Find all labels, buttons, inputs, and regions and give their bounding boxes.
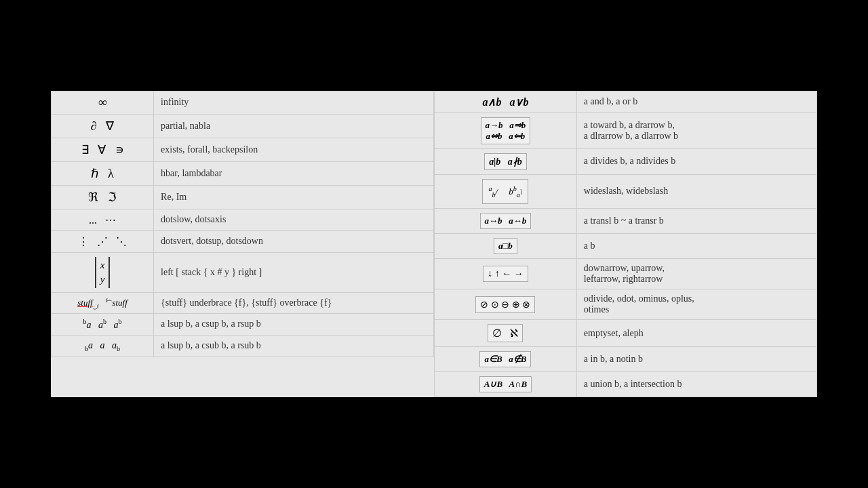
table-row: ⊘ ⊙ ⊖ ⊕ ⊗odivide, odot, ominus, oplus,ot…	[435, 289, 817, 320]
symbol-cell: ba a ab	[52, 335, 154, 357]
desc-cell: exists, forall, backepsilon	[154, 138, 434, 161]
table-row: ℜ ℑRe, Im	[52, 185, 434, 209]
symbol-cell: ∅ ℵ	[435, 320, 577, 347]
symbol-cell: A∪B A∩B	[435, 372, 577, 397]
table-row: a↔b a↔ba transl b ~ a transr b	[435, 209, 817, 234]
table-row: ↓ ↑ ← →downarrow, uparrow,leftarrow, rig…	[435, 259, 817, 289]
symbol-cell: a∧b a∨b	[435, 91, 577, 113]
desc-cell: a transl b ~ a transr b	[576, 209, 816, 234]
symbol-cell: a|b a∤b	[435, 148, 577, 174]
desc-cell: a and b, a or b	[576, 91, 816, 113]
desc-cell: a divides b, a ndivides b	[576, 148, 816, 174]
table-row: a|b a∤ba divides b, a ndivides b	[435, 148, 817, 174]
desc-cell: partial, nabla	[154, 114, 434, 138]
desc-cell: a toward b, a drarrow b,a dlrarrow b, a …	[576, 113, 816, 148]
desc-cell: infinity	[154, 91, 434, 114]
desc-cell: a lsup b, a csub b, a rsub b	[154, 335, 434, 357]
table-row: ... ⋯dotslow, dotsaxis	[52, 209, 434, 230]
desc-cell: emptyset, aleph	[576, 320, 816, 347]
desc-cell: dotslow, dotsaxis	[154, 209, 434, 230]
desc-cell: odivide, odot, ominus, oplus,otimes	[576, 289, 816, 320]
table-row: ℏ λhbar, lambdabar	[52, 161, 434, 185]
desc-cell: a lsup b, a csup b, a rsup b	[154, 314, 434, 336]
table-row: ba a aba lsup b, a csub b, a rsub b	[52, 335, 434, 357]
symbol-cell: ℏ λ	[52, 161, 154, 185]
table-row: ∂ ∇partial, nabla	[52, 114, 434, 138]
table-row: A∪B A∩Ba union b, a intersection b	[435, 372, 817, 397]
symbol-cell: a∈B a∉B	[435, 347, 577, 372]
table-row: ba ab aba lsup b, a csup b, a rsup b	[52, 314, 434, 336]
table-row: ∅ ℵemptyset, aleph	[435, 320, 817, 347]
symbol-cell: ab/ bba\	[435, 174, 577, 209]
table-row: a∈B a∉Ba in b, a notin b	[435, 347, 817, 372]
symbol-cell: stuff⏟f f⏞stuff	[52, 292, 154, 314]
symbol-cell: ba ab ab	[52, 314, 154, 336]
table-row: stuff⏟f f⏞stuff{stuff} underbrace {f}, {…	[52, 292, 434, 314]
symbol-cell: ∂ ∇	[52, 114, 154, 138]
symbol-cell: a↔b a↔b	[435, 209, 577, 234]
left-table: ∞infinity∂ ∇partial, nabla∃ ∀ ∍exists, f…	[51, 91, 434, 357]
symbol-cell: ⊘ ⊙ ⊖ ⊕ ⊗	[435, 289, 577, 320]
main-container: ∞infinity∂ ∇partial, nabla∃ ∀ ∍exists, f…	[51, 91, 817, 398]
left-panel: ∞infinity∂ ∇partial, nabla∃ ∀ ∍exists, f…	[51, 91, 434, 398]
desc-cell: dotsvert, dotsup, dotsdown	[154, 230, 434, 252]
desc-cell: Re, Im	[154, 185, 434, 209]
desc-cell: wideslash, widebslash	[576, 174, 816, 209]
symbol-cell: ⋮ ⋰ ⋱	[52, 230, 154, 252]
table-row: ∃ ∀ ∍exists, forall, backepsilon	[52, 138, 434, 161]
desc-cell: left [ stack { x # y } right ]	[154, 252, 434, 292]
symbol-cell: a→b a⇒ba⇔b a⇐b	[435, 113, 577, 148]
desc-cell: {stuff} underbrace {f}, {stuff} overbrac…	[154, 292, 434, 314]
symbol-cell: ∞	[52, 91, 154, 114]
table-row: ∞infinity	[52, 91, 434, 114]
table-row: a∧b a∨ba and b, a or b	[435, 91, 817, 113]
desc-cell: downarrow, uparrow,leftarrow, rightarrow	[576, 259, 816, 289]
symbol-cell: ↓ ↑ ← →	[435, 259, 577, 289]
right-panel: a∧b a∨ba and b, a or ba→b a⇒ba⇔b a⇐ba to…	[434, 91, 817, 398]
symbol-cell: ℜ ℑ	[52, 185, 154, 209]
table-row: a□ba b	[435, 234, 817, 259]
symbol-cell: a□b	[435, 234, 577, 259]
desc-cell: hbar, lambdabar	[154, 161, 434, 185]
table-row: a→b a⇒ba⇔b a⇐ba toward b, a drarrow b,a …	[435, 113, 817, 148]
symbol-cell: ∃ ∀ ∍	[52, 138, 154, 161]
desc-cell: a b	[576, 234, 816, 259]
table-row: ⋮ ⋰ ⋱dotsvert, dotsup, dotsdown	[52, 230, 434, 252]
symbol-cell: xy	[52, 252, 154, 292]
symbol-cell: ... ⋯	[52, 209, 154, 230]
right-table: a∧b a∨ba and b, a or ba→b a⇒ba⇔b a⇐ba to…	[434, 91, 817, 398]
desc-cell: a in b, a notin b	[576, 347, 816, 372]
table-row: ab/ bba\wideslash, widebslash	[435, 174, 817, 209]
table-row: xyleft [ stack { x # y } right ]	[52, 252, 434, 292]
desc-cell: a union b, a intersection b	[576, 372, 816, 397]
